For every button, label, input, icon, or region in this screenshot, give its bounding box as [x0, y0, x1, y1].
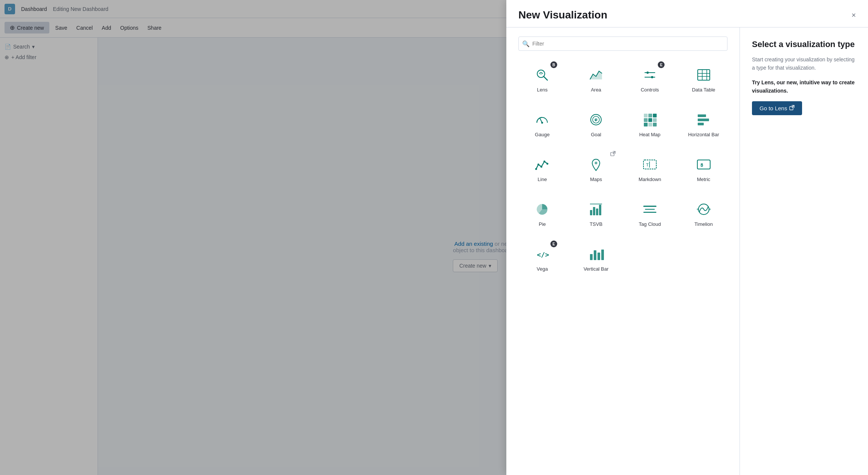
info-panel-title: Select a visualization type: [752, 40, 856, 49]
viz-item-area[interactable]: Area: [572, 60, 620, 99]
svg-rect-20: [648, 114, 652, 117]
markdown-icon: T: [641, 155, 659, 174]
info-panel: Select a visualization type Start creati…: [740, 27, 868, 475]
svg-rect-25: [644, 123, 648, 126]
viz-item-pie[interactable]: Pie: [518, 194, 566, 233]
viz-item-tag-cloud[interactable]: Tag Cloud: [626, 194, 674, 233]
data-table-icon: [695, 66, 713, 84]
controls-icon: [641, 66, 659, 84]
modal-header: New Visualization ×: [506, 0, 868, 27]
viz-item-line[interactable]: Line: [518, 149, 566, 188]
filter-input-wrapper: 🔍: [518, 37, 727, 51]
viz-item-gauge[interactable]: Gauge: [518, 105, 566, 143]
vertical-bar-label: Vertical Bar: [584, 266, 608, 272]
viz-item-vega[interactable]: E </> Vega: [518, 239, 566, 278]
controls-label: Controls: [641, 87, 659, 93]
svg-point-53: [697, 209, 698, 210]
svg-text:8: 8: [595, 119, 597, 122]
svg-point-54: [709, 209, 711, 210]
svg-rect-58: [598, 253, 600, 260]
viz-grid: B Lens: [518, 60, 727, 278]
viz-item-maps[interactable]: Maps: [572, 149, 620, 188]
svg-rect-46: [596, 209, 598, 215]
timelion-icon: [695, 200, 713, 218]
svg-point-7: [651, 76, 653, 78]
lens-label: Lens: [537, 87, 547, 93]
goal-icon: 8: [587, 111, 605, 129]
svg-marker-3: [590, 71, 602, 79]
horizontal-bar-icon: [695, 111, 713, 129]
svg-rect-59: [601, 250, 604, 260]
viz-item-metric[interactable]: 8 Metric: [680, 149, 727, 188]
pie-label: Pie: [539, 221, 546, 227]
exp-badge-vega: E: [550, 241, 557, 247]
svg-line-1: [544, 76, 547, 80]
viz-item-tsvb[interactable]: TSVB: [572, 194, 620, 233]
svg-point-5: [646, 72, 649, 74]
vega-icon: </>: [533, 245, 551, 263]
vega-label: Vega: [537, 266, 548, 272]
svg-point-38: [595, 162, 598, 164]
maps-icon: [587, 155, 605, 174]
svg-rect-26: [648, 123, 652, 126]
viz-item-controls[interactable]: E Controls: [626, 60, 674, 99]
search-icon: 🔍: [522, 40, 530, 47]
gauge-icon: [533, 111, 551, 129]
go-to-lens-button[interactable]: Go to Lens: [752, 101, 802, 115]
viz-item-horizontal-bar[interactable]: Horizontal Bar: [680, 105, 727, 143]
svg-rect-29: [698, 119, 709, 121]
viz-item-vertical-bar[interactable]: Vertical Bar: [572, 239, 620, 278]
svg-rect-23: [648, 118, 652, 122]
viz-item-markdown[interactable]: T Markdown: [626, 149, 674, 188]
maps-label: Maps: [590, 177, 602, 182]
lens-icon: [533, 66, 551, 84]
viz-item-data-table[interactable]: Data Table: [680, 60, 727, 99]
svg-text:</>: </>: [537, 251, 549, 259]
viz-item-timelion[interactable]: Timelion: [680, 194, 727, 233]
svg-rect-45: [593, 207, 595, 215]
line-icon: [533, 155, 551, 174]
area-label: Area: [591, 87, 601, 93]
heat-map-icon: [641, 111, 659, 129]
modal-overlay: New Visualization × 🔍 B: [0, 0, 868, 475]
svg-point-31: [535, 168, 537, 170]
svg-rect-21: [653, 114, 657, 117]
modal-close-button[interactable]: ×: [851, 11, 856, 20]
svg-point-14: [541, 122, 543, 124]
svg-point-35: [547, 163, 549, 165]
viz-item-lens[interactable]: B Lens: [518, 60, 566, 99]
external-link-icon: [789, 105, 795, 111]
goal-label: Goal: [591, 132, 601, 137]
horizontal-bar-label: Horizontal Bar: [688, 132, 719, 137]
svg-rect-28: [698, 114, 706, 117]
viz-item-goal[interactable]: 8 Goal: [572, 105, 620, 143]
metric-icon: 8: [695, 155, 713, 174]
svg-rect-44: [590, 210, 592, 215]
heat-map-label: Heat Map: [639, 132, 660, 137]
svg-rect-57: [594, 250, 596, 260]
area-icon: [587, 66, 605, 84]
info-panel-cta: Try Lens, our new, intuitive way to crea…: [752, 78, 856, 95]
exp-badge-controls: E: [658, 61, 665, 68]
go-to-lens-label: Go to Lens: [760, 105, 787, 111]
svg-rect-8: [698, 70, 710, 80]
tag-cloud-icon: [641, 200, 659, 218]
gauge-label: Gauge: [535, 132, 550, 137]
svg-point-34: [544, 161, 546, 163]
vertical-bar-icon: [587, 245, 605, 263]
ext-link-icon: [610, 151, 616, 158]
beta-badge: B: [550, 61, 557, 68]
viz-panel: 🔍 B: [506, 27, 740, 475]
markdown-label: Markdown: [639, 177, 661, 182]
svg-point-32: [538, 164, 539, 166]
pie-icon: [533, 200, 551, 218]
modal-title: New Visualization: [518, 9, 607, 21]
svg-rect-56: [590, 254, 593, 260]
viz-item-heat-map[interactable]: Heat Map: [626, 105, 674, 143]
info-panel-description: Start creating your visualization by sel…: [752, 55, 856, 72]
filter-input[interactable]: [518, 37, 727, 51]
metric-label: Metric: [697, 177, 710, 182]
timelion-label: Timelion: [694, 221, 713, 227]
svg-rect-19: [644, 114, 648, 117]
svg-rect-42: [697, 160, 710, 169]
